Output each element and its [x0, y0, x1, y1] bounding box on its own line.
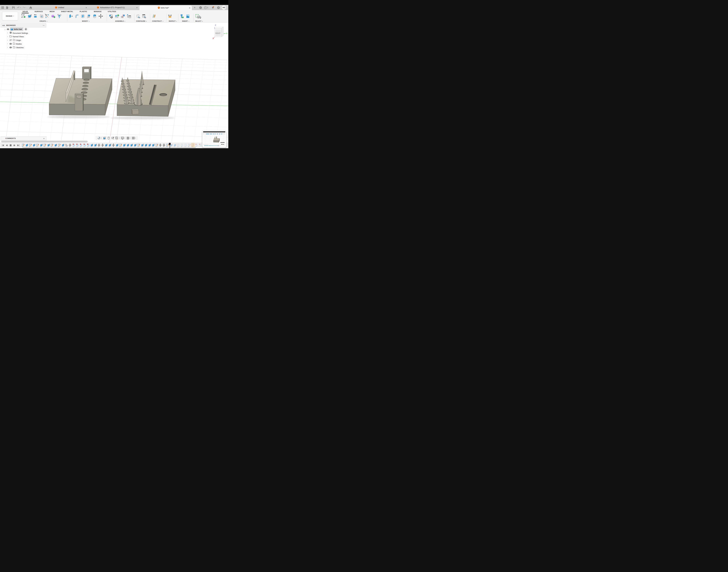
timeline-feature-error[interactable]: [199, 143, 201, 147]
move-copy-icon[interactable]: [98, 13, 104, 19]
go-to-start-button[interactable]: [1, 144, 5, 147]
timeline-feature-extrude[interactable]: [90, 143, 93, 147]
timeline-feature-extrude[interactable]: [152, 143, 154, 147]
help-icon[interactable]: ?: [217, 5, 220, 10]
timeline-feature-sketch[interactable]: [44, 143, 46, 147]
timeline-feature-move[interactable]: [163, 143, 165, 147]
timeline-feature-sketch[interactable]: [155, 143, 158, 147]
timeline-feature-move[interactable]: [69, 143, 71, 147]
timeline-feature-error[interactable]: [76, 143, 79, 147]
measure-icon[interactable]: [167, 13, 173, 19]
timeline-feature-extrude[interactable]: [127, 143, 129, 147]
timeline-feature-extrude[interactable]: [130, 143, 133, 147]
browser-item-boho-hair[interactable]: ⌄boho hair: [1, 27, 46, 31]
tab-project2[interactable]: Aishaolokun–ET1–Project2*(1) ✕: [89, 5, 139, 10]
viewport-hscrollbar[interactable]: [1, 141, 88, 142]
avatar[interactable]: AO: [222, 5, 226, 10]
timeline-feature-pattern[interactable]: [65, 143, 68, 147]
timeline-feature-extrude[interactable]: [123, 143, 126, 147]
go-to-end-button[interactable]: [16, 144, 20, 147]
timeline-feature-sketch[interactable]: [51, 143, 53, 147]
expander-icon[interactable]: ›: [7, 47, 9, 48]
close-icon[interactable]: ✕: [189, 7, 191, 9]
comments-bar[interactable]: COMMENTS +: [1, 136, 47, 140]
timeline-feature-suppressed[interactable]: [177, 143, 180, 147]
configuration-table-icon[interactable]: [141, 13, 147, 19]
chevron-down-icon[interactable]: ▼: [119, 137, 120, 139]
redo-icon[interactable]: [22, 5, 26, 10]
body-right-mold[interactable]: [117, 71, 175, 117]
orbit-icon[interactable]: ▼: [97, 137, 102, 139]
expander-icon[interactable]: ⌄: [4, 28, 6, 30]
parts-list-icon[interactable]: [126, 13, 132, 19]
group-label-insert[interactable]: INSERT ▼: [179, 20, 193, 22]
undo-icon[interactable]: [17, 5, 21, 10]
timeline-feature-move[interactable]: [159, 143, 162, 147]
look-at-icon[interactable]: [103, 137, 106, 139]
construction-plane-icon[interactable]: [151, 13, 157, 19]
eye-icon[interactable]: [9, 47, 12, 48]
ribbon-tab-plastic[interactable]: PLASTIC: [80, 10, 87, 13]
hole-icon[interactable]: [38, 13, 44, 19]
group-label-modify[interactable]: MODIFY ▼: [68, 20, 104, 22]
timeline-feature-extrude[interactable]: [40, 143, 43, 147]
timeline-feature-error[interactable]: [80, 143, 82, 147]
fit-icon[interactable]: ▼: [116, 137, 120, 139]
group-label-configure[interactable]: CONFIGURE ▼: [135, 20, 148, 22]
close-icon[interactable]: ✕: [136, 7, 138, 9]
app-grid-icon[interactable]: [1, 5, 4, 10]
timeline-feature-extrude[interactable]: [32, 143, 35, 147]
chevron-down-icon[interactable]: ▼: [135, 137, 136, 139]
group-label-construct[interactable]: CONSTRUCT ▼: [151, 20, 165, 22]
timeline-feature-extrude[interactable]: [47, 143, 50, 147]
timeline-feature-sketch[interactable]: [22, 143, 24, 147]
extension-icon[interactable]: [199, 5, 202, 10]
new-component-icon[interactable]: [114, 13, 120, 19]
shell-icon[interactable]: [80, 13, 86, 19]
chevron-down-icon[interactable]: ▼: [100, 137, 102, 139]
collapse-panel-icon[interactable]: ◀◀: [2, 24, 5, 26]
generative-design-icon[interactable]: [56, 13, 62, 19]
rectangular-pattern-icon[interactable]: [44, 13, 50, 19]
revolve-icon[interactable]: [32, 13, 38, 19]
timeline-feature-error[interactable]: [72, 143, 75, 147]
expander-icon[interactable]: ›: [7, 39, 9, 41]
timeline-feature-sketch[interactable]: [166, 143, 169, 147]
press-pull-icon[interactable]: [68, 13, 74, 19]
group-label-select[interactable]: SELECT ▼: [194, 20, 204, 22]
grid-snap-icon[interactable]: ▼: [127, 137, 131, 139]
timeline-feature-extrude[interactable]: [148, 143, 151, 147]
timeline-feature-sketch[interactable]: [29, 143, 32, 147]
timeline-feature-extrude[interactable]: [105, 143, 107, 147]
timeline-feature-extrude[interactable]: [54, 143, 57, 147]
joint-icon[interactable]: [120, 13, 126, 19]
eye-icon[interactable]: [9, 43, 12, 45]
create-sketch-icon[interactable]: [20, 13, 26, 19]
add-comment-icon[interactable]: +: [43, 137, 45, 140]
chevron-down-icon[interactable]: ▼: [130, 137, 131, 139]
ribbon-tab-utilities[interactable]: UTILITIES: [108, 10, 116, 13]
timeline-feature-sketch[interactable]: [36, 143, 39, 147]
group-label-inspect[interactable]: INSPECT ▼: [167, 20, 179, 22]
eye-icon[interactable]: [7, 28, 9, 30]
expander-icon[interactable]: ›: [7, 36, 9, 37]
ribbon-tab-mesh[interactable]: MESH: [50, 10, 55, 13]
job-status-icon[interactable]: 1: [204, 5, 209, 10]
split-body-icon[interactable]: [92, 13, 98, 19]
timeline-feature-extrude[interactable]: [25, 143, 28, 147]
timeline-feature-move[interactable]: [101, 143, 104, 147]
ribbon-tab-manage[interactable]: MANAGE: [94, 10, 101, 13]
group-label-create[interactable]: CREATE ▼: [20, 20, 67, 22]
viewcube[interactable]: RIGHT Z Y X: [213, 25, 228, 40]
new-file-icon[interactable]: [6, 5, 9, 10]
workspace-selector[interactable]: DESIGN▼: [2, 12, 18, 20]
ribbon-tab-sheet-metal[interactable]: SHEET METAL: [61, 10, 73, 13]
ribbon-tab-surface[interactable]: SURFACE: [34, 10, 43, 13]
combine-icon[interactable]: [86, 13, 92, 19]
fillet-icon[interactable]: [74, 13, 80, 19]
insert-canvas-icon[interactable]: [185, 13, 191, 19]
minimize-icon[interactable]: —: [43, 24, 45, 26]
tab-boho-hair[interactable]: boho hair* ✕: [140, 6, 192, 10]
insert-fastener-icon[interactable]: [179, 13, 185, 19]
chevron-down-icon[interactable]: ▼: [124, 137, 125, 139]
